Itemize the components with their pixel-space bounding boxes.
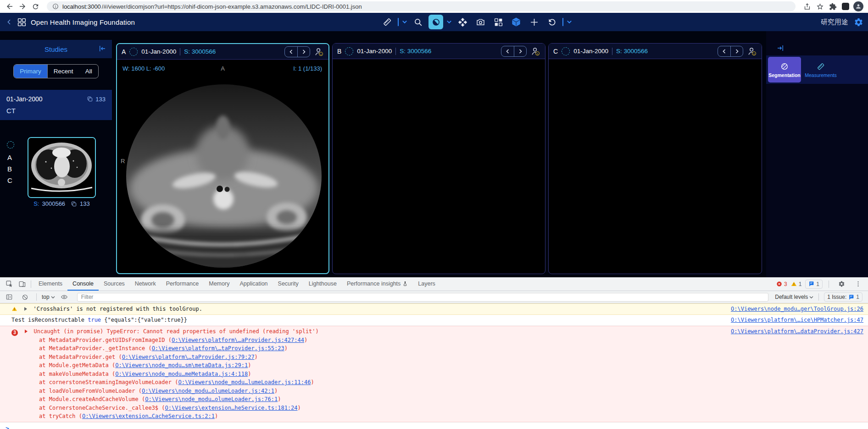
devtools-menu-kebab-icon[interactable] [851, 278, 864, 290]
devtools-tab-security[interactable]: Security [273, 277, 304, 291]
patient-info-icon[interactable] [530, 46, 540, 56]
viewport-b[interactable]: B 01-Jan-2000 S: 3000566 [332, 43, 545, 274]
viewport-c[interactable]: C 01-Jan-2000 S: 3000566 [548, 43, 762, 274]
study-date: 01-Jan-2000 [6, 95, 43, 103]
console-error-count[interactable]: 3 [776, 281, 787, 287]
profile-avatar[interactable] [852, 1, 864, 12]
devtools-tab-layers[interactable]: Layers [413, 277, 440, 291]
collapse-left-panel-icon[interactable] [98, 44, 106, 53]
patient-info-icon[interactable] [314, 47, 324, 57]
tab-all[interactable]: All [79, 65, 98, 78]
clear-console-icon[interactable] [18, 291, 31, 303]
crosshairs-button[interactable] [527, 15, 541, 29]
issues-badge[interactable]: 1 [805, 280, 823, 289]
stack-link[interactable]: O:\Viewers\platform\…taProvider.js:55:23 [152, 345, 284, 352]
prev-series-button[interactable] [718, 46, 730, 56]
devtools-tab-sources[interactable]: Sources [99, 277, 130, 291]
console-prompt[interactable]: > [0, 422, 868, 429]
browser-reload-button[interactable] [29, 1, 41, 12]
browser-toolbar: localhost:3000/#/viewer/dicomjson?url=ht… [0, 0, 868, 13]
browser-forward-button[interactable] [17, 1, 28, 12]
series-thumbnail[interactable] [28, 137, 96, 198]
reset-dropdown-chevron-icon[interactable] [567, 20, 572, 24]
expand-caret-icon[interactable] [24, 307, 27, 311]
tab-recent[interactable]: Recent [47, 65, 79, 78]
bookmark-star-icon[interactable] [814, 1, 826, 12]
warning-triangle-icon [11, 306, 17, 312]
expand-caret-icon[interactable] [25, 330, 28, 333]
study-item[interactable]: 01-Jan-2000 133 CT [0, 90, 112, 120]
stack-link[interactable]: O:\Viewers\node_modu…olumeLoader.js:76:1 [145, 396, 278, 402]
viewport-sync-icon[interactable] [345, 47, 353, 55]
inspect-element-icon[interactable] [3, 278, 16, 290]
devtools-tab-console[interactable]: Console [67, 277, 99, 291]
prev-series-button[interactable] [285, 47, 297, 57]
viewport-study-date: 01-Jan-2000 [573, 48, 608, 55]
stack-link[interactable]: O:\Viewers\platform\…taProvider.js:79:27 [122, 354, 255, 360]
window-level-button[interactable] [428, 15, 443, 29]
extensions-icon[interactable] [827, 1, 839, 12]
stack-link[interactable]: O:\Viewers\platform\…aProvider.js:427:44 [172, 337, 304, 343]
console-filter-input[interactable] [77, 293, 769, 302]
app-back-button[interactable] [6, 18, 13, 26]
reset-view-button[interactable] [545, 15, 559, 29]
measurement-tools-button[interactable] [380, 15, 395, 29]
stack-link[interactable]: O:\Viewers\node_modu…olumeLoader.js:42:1 [142, 388, 274, 394]
pan-tool-button[interactable] [455, 15, 470, 29]
source-link[interactable]: O:\Viewers\platform\…dataProvider.js:427 [731, 328, 863, 335]
devtools-tab-memory[interactable]: Memory [204, 277, 234, 291]
stack-link[interactable]: O:\Viewers\extension…CacheService.ts:2:1 [82, 413, 215, 419]
devtools-tab-network[interactable]: Network [130, 277, 161, 291]
next-series-button[interactable] [514, 46, 526, 56]
window-level-dropdown-chevron-icon[interactable] [446, 20, 452, 24]
viewport-sync-icon[interactable] [129, 48, 138, 56]
collapse-right-panel-icon[interactable] [776, 44, 785, 52]
source-link[interactable]: O:\Viewers\platform\…ice\HPMatcher.js:47 [731, 317, 863, 324]
console-warning-count[interactable]: 1 [791, 281, 802, 287]
series-number: 3000566 [42, 200, 65, 207]
log-levels-selector[interactable]: Default levels [775, 294, 813, 300]
source-link[interactable]: O:\Viewers\node_modu…ger\ToolGroup.js:26 [731, 306, 863, 313]
prev-series-button[interactable] [501, 46, 514, 56]
viewport-sync-icon[interactable] [562, 47, 570, 55]
capture-button[interactable] [473, 15, 488, 29]
device-toolbar-icon[interactable] [16, 278, 28, 290]
issues-counter[interactable]: 1 Issue: 1 [824, 292, 862, 302]
log-object-preview[interactable]: {"equals":{"value":true}} [104, 317, 187, 323]
stack-link[interactable]: O:\Viewers\node_modu…lumeLoader.js:11:46 [178, 379, 311, 385]
tab-primary[interactable]: Primary [14, 65, 47, 78]
viewport-letter: C [553, 48, 558, 55]
segmentation-panel-button[interactable]: Segmentation [768, 57, 801, 82]
devtools-settings-gear-icon[interactable] [835, 278, 848, 290]
patient-info-icon[interactable] [747, 46, 757, 56]
viewport-letter: B [337, 48, 341, 55]
devtools-tab-performance[interactable]: Performance [161, 277, 204, 291]
ct-image[interactable] [125, 83, 323, 269]
layout-button[interactable] [491, 15, 506, 29]
stack-link[interactable]: O:\Viewers\node_modu…meMetadata.js:4:118 [115, 371, 248, 377]
share-icon[interactable] [801, 1, 813, 12]
pinned-extension-icon[interactable] [840, 1, 851, 12]
measurements-panel-button[interactable]: Measurements [803, 57, 839, 82]
site-info-icon[interactable] [52, 3, 59, 10]
context-selector[interactable]: top [42, 294, 55, 300]
measurement-dropdown-chevron-icon[interactable] [402, 20, 407, 24]
volume-3d-button[interactable] [509, 15, 523, 29]
browser-back-button[interactable] [4, 1, 16, 12]
viewport-a[interactable]: A 01-Jan-2000 S: 3000566 W: 1600 L: -600… [116, 43, 329, 274]
settings-gear-icon[interactable] [854, 17, 863, 27]
stack-link[interactable]: O:\Viewers\extension…heService.ts:181:24 [165, 405, 298, 411]
address-bar[interactable]: localhost:3000/#/viewer/dicomjson?url=ht… [47, 1, 796, 11]
devtools-tab-lighthouse[interactable]: Lighthouse [304, 277, 342, 291]
next-series-button[interactable] [297, 47, 310, 57]
devtools-tab-application[interactable]: Application [234, 277, 273, 291]
console-sidebar-toggle-icon[interactable] [3, 291, 16, 303]
devtools-tab-performance-insights[interactable]: Performance insights [342, 277, 413, 291]
viewport-c-header: C 01-Jan-2000 S: 3000566 [549, 44, 762, 59]
devtools-tab-elements[interactable]: Elements [33, 277, 67, 291]
toolbar-divider [562, 18, 563, 26]
live-expression-eye-icon[interactable] [58, 291, 71, 303]
next-series-button[interactable] [730, 46, 743, 56]
stack-link[interactable]: O:\Viewers\node_modu…sm\metaData.js:29:1 [115, 362, 248, 368]
zoom-tool-button[interactable] [411, 15, 425, 29]
